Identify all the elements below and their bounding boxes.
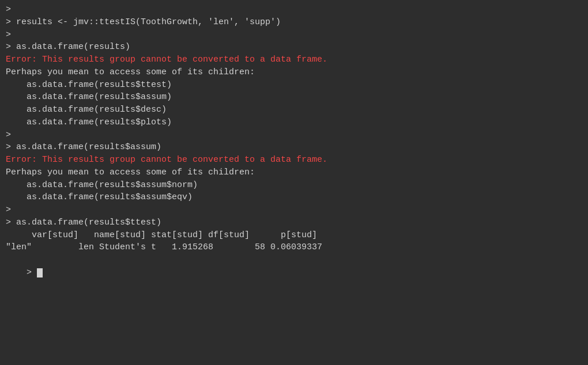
- cursor: [37, 268, 43, 277]
- line-3: >: [6, 29, 582, 41]
- line-12: > as.data.frame(results$assum): [6, 141, 582, 154]
- line-20: "len" len Student's t 1.915268 58 0.0603…: [6, 241, 582, 254]
- terminal: > > results <- jmv::ttestIS(ToothGrowth,…: [0, 0, 588, 365]
- line-7: as.data.frame(results$ttest): [6, 79, 582, 92]
- line-18: > as.data.frame(results$ttest): [6, 216, 582, 229]
- line-15: as.data.frame(results$assum$norm): [6, 179, 582, 192]
- line-4: > as.data.frame(results): [6, 41, 582, 54]
- line-10: as.data.frame(results$plots): [6, 116, 582, 129]
- line-14: Perhaps you mean to access some of its c…: [6, 166, 582, 179]
- line-6: Perhaps you mean to access some of its c…: [6, 66, 582, 79]
- prompt-label: >: [27, 268, 37, 277]
- line-1: >: [6, 3, 582, 16]
- line-21[interactable]: >: [6, 254, 582, 291]
- line-11: >: [6, 129, 582, 142]
- line-17: >: [6, 204, 582, 216]
- line-9: as.data.frame(results$desc): [6, 104, 582, 116]
- line-19: var[stud] name[stud] stat[stud] df[stud]…: [6, 229, 582, 242]
- line-16: as.data.frame(results$assum$eqv): [6, 191, 582, 204]
- line-8: as.data.frame(results$assum): [6, 91, 582, 104]
- line-13: Error: This results group cannot be conv…: [6, 154, 582, 166]
- line-2: > results <- jmv::ttestIS(ToothGrowth, '…: [6, 16, 582, 29]
- line-5: Error: This results group cannot be conv…: [6, 54, 582, 66]
